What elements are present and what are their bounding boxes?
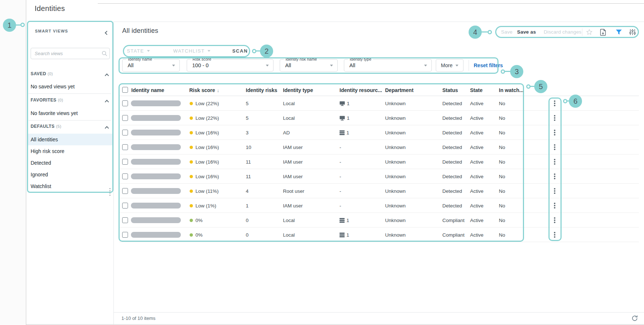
state-cell: Active [470,169,484,184]
state-cell: Active [470,198,484,213]
table-row[interactable]: Low (16%) 3 AD 1 Unknown Detected Active… [119,125,639,140]
sidebar-item-ignored[interactable]: Ignored [28,169,113,180]
select-all-checkbox[interactable] [122,87,128,93]
table-row[interactable]: Low (16%) 11 IAM user - Unknown Detected… [119,169,639,184]
table-row[interactable]: Low (22%) 5 Local 1 Unknown Detected Act… [119,111,639,125]
filter-risk-score[interactable]: Risk score 100 - 0 [187,59,273,72]
row-checkbox[interactable] [122,203,128,209]
col-state[interactable]: State [470,84,482,96]
sidebar-item-high-risk-score[interactable]: High risk score [28,145,113,157]
row-checkbox[interactable] [122,232,128,238]
section-defaults[interactable]: DEFAULTS(5) [31,124,61,129]
risk-score-cell: 0% [190,228,203,242]
filter-identity-name[interactable]: Identity name All [122,59,180,72]
row-actions-menu[interactable] [552,169,558,184]
sidebar-resize-handle[interactable] [109,188,110,196]
chevron-down-icon [330,65,333,66]
row-actions-menu[interactable] [552,154,558,169]
state-cell: Active [470,154,484,169]
menu-scan[interactable]: SCAN [232,48,248,54]
identity-resources-cell: 1 [340,96,350,111]
reset-filters-link[interactable]: Reset filters [474,62,503,68]
row-checkbox[interactable] [122,100,128,106]
more-filters-button[interactable]: More [436,59,463,72]
sidebar-item-detected[interactable]: Detected [28,157,113,169]
row-checkbox[interactable] [122,144,128,150]
row-checkbox[interactable] [122,159,128,165]
menu-watchlist[interactable]: WATCHLIST [173,48,210,54]
refresh-icon[interactable] [631,315,638,322]
department-cell: Unknown [385,184,406,198]
row-actions-menu[interactable] [552,140,558,154]
table-row[interactable]: 0% 0 Local 1 Unknown Compliant Active No [119,228,639,242]
col-identity-type[interactable]: Identity type [283,84,313,96]
row-checkbox[interactable] [122,188,128,194]
discard-changes-button[interactable]: Discard changes [544,29,582,35]
sort-desc-icon: ↓ [217,88,220,93]
col-identity-risks[interactable]: Identity risks [246,84,277,96]
row-actions-menu[interactable] [552,125,558,140]
search-views-box[interactable] [31,48,110,59]
risk-score-cell: Low (22%) [190,96,219,111]
col-risk-score[interactable]: Risk score ↓ [189,84,219,96]
state-cell: Active [470,228,484,242]
callout-1-line [15,24,21,26]
identity-risks-cell: 5 [246,96,249,111]
section-favorites[interactable]: FAVORITES(0) [31,98,63,103]
callout-6: 6 [569,95,582,108]
table-row[interactable]: Low (16%) 10 IAM user - Unknown Detected… [119,140,639,154]
filter-identity-type[interactable]: Identity type All [344,59,432,72]
sidebar-item-all-identities[interactable]: All identities [28,134,113,145]
table-row[interactable]: Low (22%) 5 Local 1 Unknown Detected Act… [119,96,639,111]
export-icon[interactable] [600,29,606,36]
table-row[interactable]: Low (1%) 1 IAM user - Unknown Detected A… [119,198,639,213]
chevron-up-icon[interactable] [105,125,108,131]
table-row[interactable]: Low (11%) 4 Root user - Unknown Detected… [119,184,639,198]
save-button[interactable]: Save [501,29,513,35]
sidebar-item-watchlist[interactable]: Watchlist [28,180,113,192]
row-actions-menu[interactable] [552,198,558,213]
status-cell: Detected [442,169,462,184]
menu-state[interactable]: STATE [127,48,150,54]
table-row[interactable]: Low (16%) 11 IAM user - Unknown Detected… [119,154,639,169]
col-department[interactable]: Department [385,84,414,96]
status-cell: Detected [442,198,462,213]
state-cell: Active [470,140,484,154]
chevron-up-icon[interactable] [105,72,108,79]
row-actions-menu[interactable] [552,213,558,228]
identity-type-cell: Local [283,96,295,111]
pagination-label: 1-10 of 10 items [121,316,155,321]
column-settings-icon[interactable] [629,29,636,35]
row-checkbox[interactable] [122,217,128,223]
status-cell: Detected [442,140,462,154]
identity-type-cell: IAM user [283,169,303,184]
row-actions-menu[interactable] [552,96,558,111]
filter-identity-risk-name[interactable]: Identity risk name All [280,59,338,72]
row-checkbox[interactable] [122,130,128,135]
sidebar-divider-line [28,93,111,94]
identity-name-redacted [131,217,181,223]
identity-resources-cell: - [340,198,341,213]
col-identity-resources[interactable]: Identity resourc... [340,84,382,96]
chevron-up-icon[interactable] [105,98,108,105]
filter-icon[interactable] [616,29,622,35]
save-as-button[interactable]: Save as [517,29,536,35]
table-row[interactable]: 0% 0 Local 1 Unknown Compliant Active No [119,213,639,228]
identity-name-redacted [131,144,181,150]
pagination-divider [113,312,644,313]
section-saved[interactable]: SAVED(0) [31,71,53,76]
risk-dot [190,131,193,134]
col-status[interactable]: Status [442,84,458,96]
col-in-watchlist[interactable]: In watch... [499,84,524,96]
app-left-border [26,0,26,325]
sidebar-collapse-icon[interactable] [105,29,108,36]
row-actions-menu[interactable] [552,184,558,198]
search-views-input[interactable] [31,51,102,56]
col-identity-name[interactable]: Identity name [131,84,164,96]
row-actions-menu[interactable] [552,228,558,242]
row-actions-menu[interactable] [552,111,558,125]
row-checkbox[interactable] [122,173,128,179]
identity-resources-cell: - [340,154,341,169]
favorite-star-icon[interactable] [586,28,593,36]
row-checkbox[interactable] [122,115,128,121]
